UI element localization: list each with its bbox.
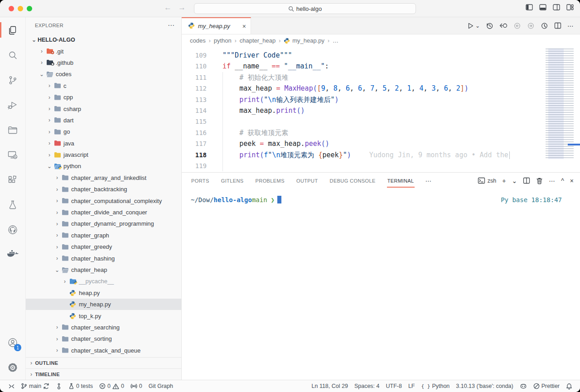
kill-terminal-icon[interactable]: [536, 177, 543, 184]
split-terminal-icon[interactable]: [523, 177, 530, 184]
tree-item-top-k-py[interactable]: top_k.py: [26, 310, 181, 321]
code-line-113[interactable]: 113 print("\n输入列表并建堆后"): [182, 94, 580, 105]
open-changes-graph-icon[interactable]: [541, 22, 548, 29]
toggle-secondary-sidebar-icon[interactable]: [553, 4, 560, 10]
activity-item-extensions[interactable]: [0, 167, 25, 192]
status-copilot[interactable]: [517, 380, 530, 392]
maximize-panel-icon[interactable]: ^: [561, 177, 564, 184]
status-tests[interactable]: 0 tests: [65, 380, 96, 392]
code-line-116[interactable]: 116 # 获取堆顶元素: [182, 127, 580, 138]
new-terminal-icon[interactable]: +: [502, 177, 506, 184]
timeline-section[interactable]: › TIMELINE: [26, 368, 181, 380]
panel-tabs-more-icon[interactable]: ⋯: [425, 177, 432, 184]
status-eol[interactable]: LF: [405, 380, 418, 392]
panel-tab-ports[interactable]: PORTS: [191, 174, 210, 188]
tree-item-cpp[interactable]: ›cpp: [26, 92, 181, 103]
forward-icon[interactable]: →: [178, 3, 186, 12]
tree-item-chapter-stack-and-queue[interactable]: ›chapter_stack_and_queue: [26, 345, 181, 356]
status-python-interpreter[interactable]: 3.10.13 ('base': conda): [453, 380, 516, 392]
tree-item--pycache-[interactable]: ›__pycache__: [26, 276, 181, 287]
zoom-window-button[interactable]: [27, 6, 32, 11]
more-actions-icon[interactable]: ⋯: [567, 22, 574, 29]
tree-item-csharp[interactable]: ›csharp: [26, 103, 181, 114]
status-gitlens-mode[interactable]: [53, 380, 65, 392]
code-line-114[interactable]: 114 max_heap.print(): [182, 105, 580, 116]
breadcrumb-python[interactable]: python: [214, 37, 232, 44]
activity-item-testing[interactable]: [0, 192, 25, 217]
close-window-button[interactable]: [9, 6, 14, 11]
close-panel-icon[interactable]: ×: [570, 177, 574, 184]
tree-item-chapter-heap[interactable]: ⌄chapter_heap: [26, 264, 181, 276]
activity-item-source-control[interactable]: [0, 68, 25, 92]
status-indentation[interactable]: Spaces: 4: [351, 380, 383, 392]
tree-item-chapter-hashing[interactable]: ›chapter_hashing: [26, 252, 181, 264]
status-git-branch[interactable]: main: [18, 380, 53, 392]
panel-tab-problems[interactable]: PROBLEMS: [255, 174, 285, 188]
activity-item-explorer[interactable]: [0, 18, 25, 43]
breadcrumb-codes[interactable]: codes: [190, 37, 206, 44]
tree-item-heap-py[interactable]: heap.py: [26, 287, 181, 299]
status-problems[interactable]: 00: [96, 380, 127, 392]
panel-tab-debug-console[interactable]: DEBUG CONSOLE: [329, 174, 376, 188]
activity-item-docker[interactable]: [0, 242, 25, 267]
tree-item-chapter-backtracking[interactable]: ›chapter_backtracking: [26, 184, 181, 195]
status-cursor-position[interactable]: Ln 118, Col 29: [309, 380, 351, 392]
activity-item-remote-explorer[interactable]: [0, 142, 25, 167]
toggle-panel-icon[interactable]: [539, 4, 546, 10]
activity-item-settings[interactable]: [0, 355, 25, 380]
tree-item-my-heap-py[interactable]: my_heap.py: [26, 299, 181, 310]
activity-item-search[interactable]: [0, 43, 25, 68]
tree-item-chapter-array-and-linkedlist[interactable]: ›chapter_array_and_linkedlist: [26, 172, 181, 184]
panel-more-icon[interactable]: ⋯: [549, 177, 555, 184]
tree-item-dart[interactable]: ›dart: [26, 115, 181, 126]
tree-item-chapter-divide-and-conquer[interactable]: ›chapter_divide_and_conquer: [26, 207, 181, 218]
activity-item-file-folder[interactable]: [0, 117, 25, 142]
panel-tab-gitlens[interactable]: GITLENS: [221, 174, 244, 188]
breadcrumb-chapter-heap[interactable]: chapter_heap: [240, 37, 276, 44]
tree-item-chapter-greedy[interactable]: ›chapter_greedy: [26, 241, 181, 252]
code-line-119[interactable]: 119: [182, 160, 580, 171]
breadcrumb-my-heap-py[interactable]: my_heap.py: [284, 37, 324, 44]
activity-item-accounts[interactable]: 1: [0, 330, 25, 355]
activity-item-run-and-debug[interactable]: [0, 92, 25, 117]
status-prettier[interactable]: Prettier: [530, 380, 563, 392]
code-line-115[interactable]: 115: [182, 116, 580, 127]
close-tab-icon[interactable]: ×: [242, 23, 246, 30]
code-editor[interactable]: 109"""Driver Code"""110if __name__ == "_…: [182, 47, 580, 172]
back-icon[interactable]: ←: [164, 3, 172, 12]
panel-tab-terminal[interactable]: TERMINAL: [387, 174, 415, 188]
file-history-icon[interactable]: [486, 22, 493, 29]
customize-layout-icon[interactable]: [566, 4, 574, 10]
minimize-window-button[interactable]: [18, 6, 23, 11]
terminal[interactable]: ~/Dow/hello-algo main ❯ Py base 18:18:47: [182, 189, 580, 380]
status-ports-forwarded[interactable]: 0: [127, 380, 145, 392]
status-notifications[interactable]: [563, 380, 575, 392]
terminal-profile[interactable]: zsh: [478, 177, 496, 184]
explorer-more-actions-icon[interactable]: ⋯: [168, 21, 175, 29]
status-remote-indicator[interactable]: [5, 380, 18, 392]
split-editor-icon[interactable]: [554, 22, 561, 29]
tree-item-hello-algo[interactable]: ⌄HELLO-ALGO: [26, 34, 181, 45]
tree-item-c[interactable]: ›c: [26, 80, 181, 92]
run-dropdown-icon[interactable]: ⌄: [475, 23, 480, 29]
tree-item-javascript[interactable]: ›javascript: [26, 149, 181, 160]
tree-item-python[interactable]: ⌄python: [26, 160, 181, 172]
launch-profile-dropdown-icon[interactable]: ⌄: [512, 177, 517, 184]
code-line-117[interactable]: 117 peek = max_heap.peek(): [182, 138, 580, 149]
tree-item-chapter-sorting[interactable]: ›chapter_sorting: [26, 333, 181, 344]
code-line-110[interactable]: 110if __name__ == "__main__":: [182, 61, 580, 72]
tree-item--git[interactable]: ›.git: [26, 45, 181, 57]
gitlens-compare-icon[interactable]: [499, 22, 508, 29]
tree-item-chapter-graph[interactable]: ›chapter_graph: [26, 230, 181, 241]
outline-section[interactable]: › OUTLINE: [26, 357, 181, 368]
activity-item-github[interactable]: [0, 217, 25, 242]
command-center-search[interactable]: hello-algo: [194, 3, 416, 14]
tree-item-java[interactable]: ›java: [26, 138, 181, 149]
breadcrumb--[interactable]: …: [333, 37, 338, 44]
status-git-graph[interactable]: Git Graph: [145, 380, 176, 392]
run-python-file-icon[interactable]: ⌄: [467, 22, 480, 29]
code-line-111[interactable]: 111 # 初始化大顶堆: [182, 72, 580, 83]
code-line-112[interactable]: 112 max_heap = MaxHeap([9, 8, 6, 6, 7, 5…: [182, 83, 580, 94]
tree-item-codes[interactable]: ⌄codes: [26, 68, 181, 80]
code-line-109[interactable]: 109"""Driver Code""": [182, 50, 580, 61]
